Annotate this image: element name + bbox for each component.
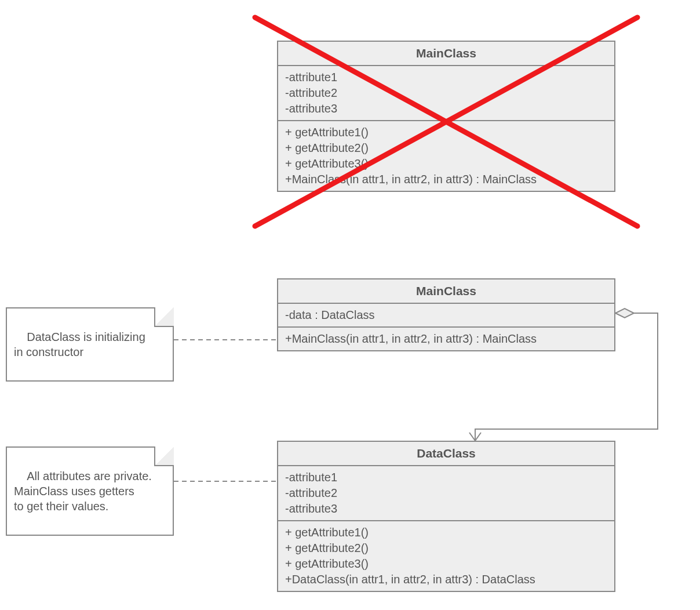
- arrowhead-icon: [469, 433, 481, 441]
- operations-section: + getAttribute1() + getAttribute2() + ge…: [278, 121, 614, 191]
- operation: + getAttribute3(): [285, 156, 607, 172]
- uml-note-1: DataClass is initializing in constructor: [6, 307, 174, 382]
- attribute: -attribute1: [285, 70, 607, 85]
- class-name: DataClass: [278, 442, 614, 466]
- class-name: MainClass: [278, 42, 614, 66]
- attributes-section: -attribute1 -attribute2 -attribute3: [278, 466, 614, 521]
- attribute: -attribute3: [285, 101, 607, 117]
- class-name: MainClass: [278, 279, 614, 304]
- note-text: All attributes are private. MainClass us…: [14, 470, 152, 513]
- uml-class-dataclass: DataClass -attribute1 -attribute2 -attri…: [277, 441, 615, 592]
- attribute: -attribute1: [285, 470, 607, 485]
- uml-class-mainclass: MainClass -data : DataClass +MainClass(i…: [277, 278, 615, 351]
- operation: + getAttribute3(): [285, 556, 607, 572]
- operation: +DataClass(in attr1, in attr2, in attr3)…: [285, 572, 607, 587]
- note-text: DataClass is initializing in constructor: [14, 331, 145, 358]
- attribute: -attribute2: [285, 85, 607, 101]
- diagram-canvas: MainClass -attribute1 -attribute2 -attri…: [0, 0, 700, 610]
- operation: + getAttribute1(): [285, 525, 607, 540]
- operation: +MainClass(in attr1, in attr2, in attr3)…: [285, 331, 607, 347]
- attribute: -attribute2: [285, 485, 607, 501]
- uml-class-top: MainClass -attribute1 -attribute2 -attri…: [277, 41, 615, 192]
- operation: + getAttribute2(): [285, 140, 607, 156]
- operations-section: +MainClass(in attr1, in attr2, in attr3)…: [278, 328, 614, 350]
- aggregation-diamond-icon: [615, 308, 634, 318]
- operation: + getAttribute2(): [285, 540, 607, 556]
- operation: +MainClass(in attr1, in attr2, in attr3)…: [285, 172, 607, 187]
- attribute: -attribute3: [285, 501, 607, 517]
- attribute: -data : DataClass: [285, 307, 607, 323]
- attributes-section: -data : DataClass: [278, 304, 614, 328]
- uml-note-2: All attributes are private. MainClass us…: [6, 446, 174, 536]
- attributes-section: -attribute1 -attribute2 -attribute3: [278, 66, 614, 121]
- operation: + getAttribute1(): [285, 125, 607, 140]
- operations-section: + getAttribute1() + getAttribute2() + ge…: [278, 521, 614, 591]
